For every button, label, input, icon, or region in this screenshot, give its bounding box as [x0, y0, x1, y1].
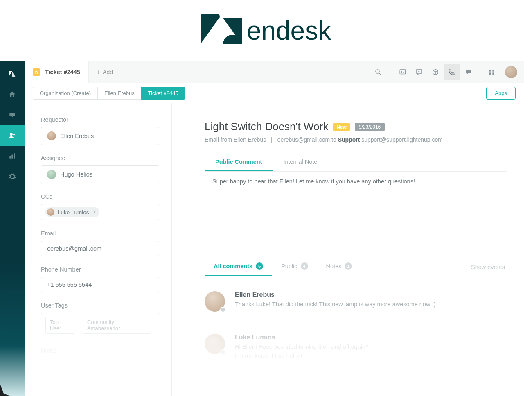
add-tab-button[interactable]: + Add	[89, 61, 121, 83]
tab-internal-note[interactable]: Internal Note	[273, 154, 328, 171]
svg-rect-6	[14, 153, 15, 158]
svg-rect-9	[400, 70, 406, 74]
tag-top-user[interactable]: Top User	[45, 317, 75, 334]
email-field[interactable]: eerebus@gmail.com	[41, 241, 159, 256]
svg-rect-5	[11, 155, 13, 159]
search-icon[interactable]	[370, 64, 386, 80]
assignee-value: Hugo Helios	[60, 171, 92, 178]
filter-notes[interactable]: Notes 1	[317, 258, 361, 276]
tag-community-ambassador[interactable]: Community Amabassador	[83, 317, 151, 334]
phone-value: +1 555 555 5544	[47, 281, 92, 288]
ccs-label: CCs	[41, 193, 159, 200]
chat-icon[interactable]	[460, 64, 476, 80]
crumb-ticket[interactable]: Ticket #2445	[141, 87, 185, 100]
email-value: eerebus@gmail.com	[47, 245, 101, 252]
ticket-sidebar: Requestor Ellen Erebus Assignee Hugo Hel…	[25, 103, 172, 396]
topbar: n Ticket #2445 + Add	[25, 61, 524, 83]
comment-author: Luke Lumios	[235, 334, 369, 341]
ticket-content: Light Switch Doesn't Work New 9/23/2016 …	[172, 103, 524, 396]
svg-rect-10	[489, 70, 491, 72]
nav-reports[interactable]	[0, 146, 25, 166]
svg-point-2	[10, 133, 13, 136]
svg-rect-12	[489, 72, 491, 75]
svg-rect-13	[492, 72, 494, 75]
presence-dot-icon	[220, 349, 226, 355]
brand-banner: endesk	[0, 0, 532, 61]
package-icon[interactable]	[427, 64, 444, 80]
svg-point-7	[376, 70, 379, 73]
plus-icon: +	[97, 69, 100, 75]
add-label: Add	[103, 69, 113, 75]
crumb-organization[interactable]: Organization (Create)	[33, 87, 98, 100]
comment-author: Ellen Erebus	[235, 291, 435, 299]
cc-chip[interactable]: Luke Lumios ×	[45, 207, 99, 217]
brand-mark-icon	[201, 14, 242, 48]
count-badge: 1	[345, 262, 352, 270]
breadcrumb-bar: Organization (Create) Ellen Erebus Ticke…	[25, 83, 524, 103]
assignee-field[interactable]: Hugo Helios	[41, 165, 159, 183]
phone-field[interactable]: +1 555 555 5544	[41, 277, 159, 292]
nav-settings[interactable]	[0, 166, 25, 187]
topbar-actions	[370, 61, 524, 83]
comment-value: Super happy to hear that Ellen! Let me k…	[212, 178, 415, 185]
bolt-chat-icon[interactable]	[411, 64, 427, 80]
date-badge: 9/23/2016	[355, 123, 385, 131]
avatar-icon	[47, 131, 56, 140]
filter-tabs: All comments 5 Public 4 Notes 1 Show eve…	[205, 258, 507, 276]
ccs-field[interactable]: Luke Lumios ×	[41, 204, 159, 220]
svg-point-3	[13, 134, 15, 135]
svg-line-8	[379, 73, 381, 75]
close-icon[interactable]: ×	[93, 209, 96, 215]
email-label: Email	[41, 230, 159, 237]
presence-dot-icon	[220, 307, 226, 312]
nav-home[interactable]	[0, 84, 25, 105]
avatar[interactable]	[505, 66, 517, 78]
comment-body: Thanks Luke! That did the trick! This ne…	[235, 300, 435, 309]
nav-customers[interactable]	[0, 125, 25, 146]
count-badge: 5	[256, 262, 263, 270]
status-badge: New	[333, 123, 350, 131]
svg-rect-11	[492, 70, 494, 72]
avatar-icon	[47, 170, 56, 179]
brand-icon[interactable]	[0, 64, 25, 84]
nav-rail	[0, 61, 25, 396]
comment-textarea[interactable]: Super happy to hear that Ellen! Let me k…	[205, 172, 507, 244]
filter-public[interactable]: Public 4	[272, 258, 317, 276]
nav-inbox[interactable]	[0, 105, 25, 125]
comment-item: Ellen Erebus Thanks Luke! That did the t…	[205, 291, 507, 312]
ticket-meta: Email from Ellen Erebus | eerebus@gmail.…	[205, 136, 507, 143]
user-tags-label: User Tags	[41, 302, 159, 309]
requestor-field[interactable]: Ellen Erebus	[41, 127, 159, 145]
phone-icon[interactable]	[444, 64, 460, 80]
avatar	[205, 334, 225, 354]
console-icon[interactable]	[394, 64, 411, 80]
apps-grid-icon[interactable]	[484, 64, 500, 80]
requestor-value: Ellen Erebus	[60, 133, 94, 139]
requestor-label: Requestor	[41, 116, 159, 123]
phone-label: Phone Number	[41, 266, 159, 273]
user-tags-field[interactable]: Top User Community Amabassador	[41, 313, 159, 337]
ticket-badge: n	[33, 68, 40, 76]
avatar	[205, 291, 225, 312]
comment-body: Hi Ellen! Have you tried turning it on a…	[235, 343, 369, 361]
tab-ticket[interactable]: n Ticket #2445	[25, 61, 89, 83]
ticket-title: Light Switch Doesn't Work	[205, 120, 328, 133]
apps-button[interactable]: Apps	[486, 87, 516, 100]
svg-rect-4	[9, 156, 11, 159]
comment-tabs: Public Comment Internal Note	[205, 154, 507, 172]
app-shell: n Ticket #2445 + Add	[0, 61, 524, 396]
count-badge: 4	[301, 262, 308, 270]
crumb-user[interactable]: Ellen Erebus	[97, 87, 142, 100]
brand-wordmark: endesk	[247, 16, 331, 46]
cc-chip-label: Luke Lumios	[58, 209, 89, 215]
avatar-icon	[47, 208, 54, 216]
assignee-label: Assignee	[41, 155, 159, 161]
tab-public-comment[interactable]: Public Comment	[205, 154, 273, 171]
comment-item: Luke Lumios Hi Ellen! Have you tried tur…	[205, 334, 507, 361]
notes-label: Notes	[41, 347, 159, 354]
filter-all-comments[interactable]: All comments 5	[205, 258, 272, 276]
ticket-label: Ticket #2445	[45, 69, 80, 75]
show-events-button[interactable]: Show events	[471, 264, 507, 270]
comment-thread: Ellen Erebus Thanks Luke! That did the t…	[205, 291, 507, 361]
